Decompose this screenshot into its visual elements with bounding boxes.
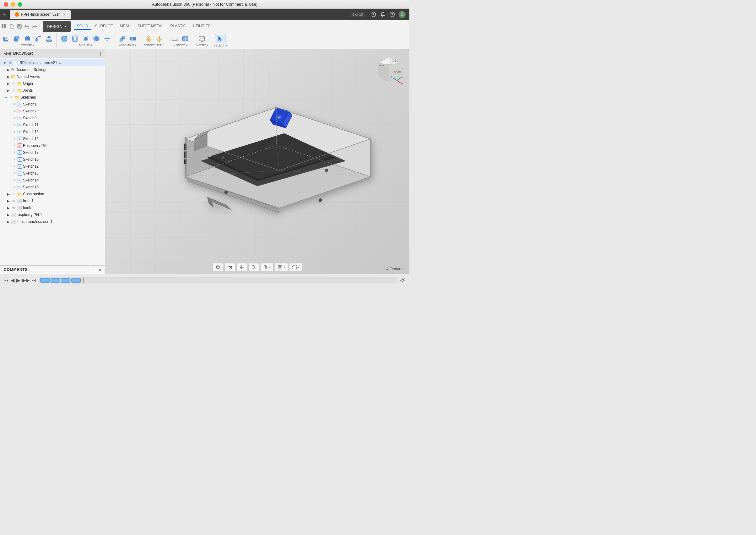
tree-item-root[interactable]: 👁 📄 RPi4 4inch screen v21 ⚙ <box>0 59 105 66</box>
sketch10-eye[interactable]: 👁 <box>12 157 17 162</box>
origin-eye[interactable]: 👁 <box>11 81 16 86</box>
front1-eye[interactable]: 👁 <box>11 198 16 204</box>
tab-plastic[interactable]: PLASTIC <box>167 23 189 30</box>
minimize-button[interactable] <box>11 2 15 7</box>
undo-icon[interactable] <box>24 24 30 29</box>
rpi4-eye[interactable]: 👁 <box>12 143 17 148</box>
tree-item-joints[interactable]: 👁 📁 Joints <box>0 87 105 94</box>
sidebar-resize-handle[interactable] <box>104 49 105 274</box>
clock-icon[interactable] <box>371 12 376 17</box>
timeline-settings-icon[interactable] <box>400 277 406 283</box>
collapse-arrows[interactable]: ◀◀ <box>4 51 11 56</box>
sketch14-eye[interactable]: 👁 <box>12 178 17 183</box>
window-controls[interactable] <box>4 2 22 7</box>
tree-item-construction[interactable]: 👁 📁 Construction <box>0 191 105 197</box>
sketch1-eye[interactable]: 👁 <box>12 102 17 107</box>
tree-item-rpi4[interactable]: 👁 S Raspberry Pi4 <box>0 142 105 149</box>
zoom-dropdown[interactable]: ▾ <box>269 266 271 269</box>
zoom-fit-tool[interactable] <box>248 263 259 271</box>
sweep-button[interactable] <box>33 34 43 43</box>
comments-pin-icon[interactable]: | <box>96 268 97 272</box>
section-analysis-button[interactable] <box>180 34 190 43</box>
apps-icon[interactable] <box>1 23 7 29</box>
sketch18-eye[interactable]: 👁 <box>12 129 17 134</box>
timeline-track[interactable] <box>39 277 398 284</box>
joints-eye[interactable]: 👁 <box>11 88 16 93</box>
visual-dropdown[interactable]: ▾ <box>298 266 299 269</box>
camera-tool[interactable] <box>224 263 235 271</box>
revolve-button[interactable] <box>23 34 33 43</box>
tree-item-sketch11[interactable]: 👁 S Sketch11 <box>0 122 105 128</box>
timeline-play-btn[interactable]: ▶ <box>16 277 20 283</box>
tree-item-origin[interactable]: 👁 📁 Origin <box>0 80 105 87</box>
tree-item-sketch16[interactable]: 👁 S Sketch16 <box>0 184 105 191</box>
timeline-fast-fwd-btn[interactable]: ▶▶ <box>22 277 30 283</box>
design-button[interactable]: DESIGN ▼ <box>43 21 70 32</box>
timeline-feature-2[interactable] <box>50 278 60 283</box>
tree-item-sketch1[interactable]: 👁 S Sketch1 <box>0 101 105 108</box>
visual-style-tool[interactable]: ▾ <box>289 263 302 271</box>
tree-item-sketch18[interactable]: 👁 S Sketch18 <box>0 128 105 135</box>
shell-button[interactable] <box>70 34 80 43</box>
display-mode-tool[interactable]: ▾ <box>275 263 288 271</box>
sketches-eye[interactable]: 👁 <box>9 95 14 100</box>
browser-pin-icon[interactable]: | <box>100 51 101 56</box>
help-icon[interactable]: ? <box>389 12 395 17</box>
sketch12-eye[interactable]: 👁 <box>12 164 17 169</box>
tab-close-button[interactable]: × <box>63 12 66 17</box>
tree-item-doc-settings[interactable]: ⚙ Document Settings <box>0 66 105 73</box>
tree-item-screen1[interactable]: ⬜ 4 inch touch screen:1 <box>0 218 105 225</box>
axis-button[interactable] <box>154 34 164 43</box>
new-tab-button[interactable]: + <box>3 11 6 18</box>
sketch2-eye[interactable]: 👁 <box>12 109 17 114</box>
notification-icon[interactable] <box>380 12 385 17</box>
tree-item-sketches[interactable]: 👁 📁 Sketches <box>0 94 105 101</box>
move-button[interactable] <box>102 34 112 43</box>
orbit-tool[interactable] <box>212 263 223 271</box>
fillet-button[interactable] <box>59 34 70 43</box>
comments-section[interactable]: COMMENTS | ◀ <box>0 266 105 274</box>
tree-item-sketch2[interactable]: 👁 S Sketch2 <box>0 108 105 115</box>
tab-utilities[interactable]: UTILITIES <box>190 23 213 30</box>
joint-button[interactable] <box>128 34 138 43</box>
sketch17-eye[interactable]: 👁 <box>12 150 17 155</box>
pan-tool[interactable] <box>237 263 247 271</box>
assemble-btn-1[interactable] <box>117 34 127 43</box>
combine-button[interactable] <box>91 34 101 43</box>
new-body-button[interactable] <box>1 34 11 43</box>
construction-eye[interactable]: 👁 <box>11 191 16 197</box>
display-dropdown[interactable]: ▾ <box>284 266 285 269</box>
timeline-marker[interactable] <box>83 277 84 283</box>
timeline-feature-1[interactable] <box>40 278 50 283</box>
tree-item-sketch17[interactable]: 👁 S Sketch17 <box>0 149 105 156</box>
tree-item-sketch10[interactable]: 👁 S Sketch10 <box>0 156 105 163</box>
sketch8-eye[interactable]: 👁 <box>12 116 17 121</box>
sketch13-eye[interactable]: 👁 <box>12 171 17 176</box>
select-button[interactable] <box>215 34 225 43</box>
back1-eye[interactable]: 👁 <box>11 205 16 211</box>
timeline-end-btn[interactable]: ⏭ <box>31 277 37 283</box>
file-icon[interactable] <box>10 24 14 29</box>
tree-item-rpi4-1[interactable]: ⬜ raspberry Pi4:1 <box>0 211 105 218</box>
comments-expand-icon[interactable]: ◀ <box>98 268 101 272</box>
tree-item-named-views[interactable]: 📁 Named Views <box>0 73 105 80</box>
sketch11-eye[interactable]: 👁 <box>12 123 17 127</box>
tree-item-sketch15[interactable]: 👁 S Sketch15 <box>0 135 105 142</box>
maximize-button[interactable] <box>17 2 22 7</box>
user-avatar[interactable] <box>399 11 406 18</box>
tree-item-front1[interactable]: 👁 ⬜ front:1 <box>0 197 105 204</box>
zoom-tool[interactable]: ▾ <box>260 263 273 271</box>
sketch16-eye[interactable]: 👁 <box>12 184 17 190</box>
tree-item-sketch12[interactable]: 👁 S Sketch12 <box>0 163 105 170</box>
scale-button[interactable] <box>81 34 91 43</box>
tree-item-back1[interactable]: 👁 ⬜ back:1 <box>0 204 105 211</box>
extrude-button[interactable] <box>12 34 22 43</box>
loft-button[interactable] <box>44 34 54 43</box>
tab-surface[interactable]: SURFACE <box>92 23 116 30</box>
timeline-start-btn[interactable]: ⏮ <box>4 277 9 283</box>
root-eye[interactable]: 👁 <box>8 60 13 65</box>
tab-solid[interactable]: SOLID <box>74 23 91 30</box>
tab-sheet-metal[interactable]: SHEET METAL <box>134 23 166 30</box>
timeline-feature-4[interactable] <box>71 278 81 283</box>
insert-image-button[interactable] <box>197 34 207 43</box>
